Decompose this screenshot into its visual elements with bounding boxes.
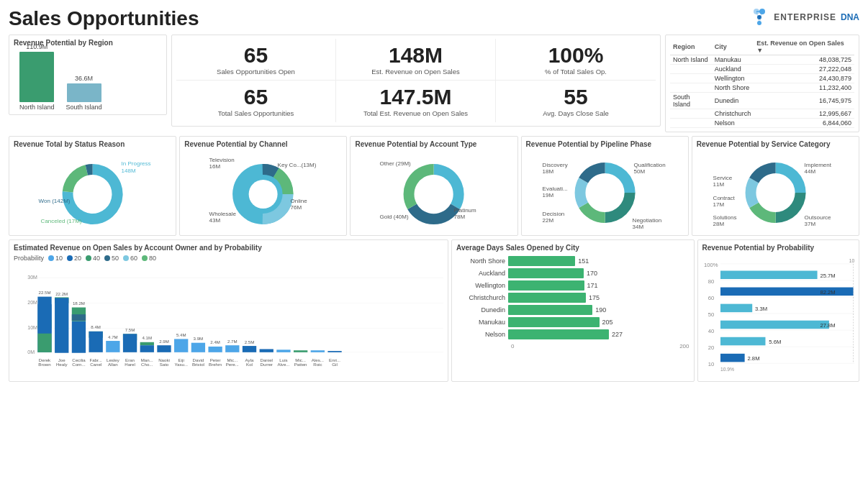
svg-text:Online: Online [291, 198, 308, 204]
svg-text:3.3M: 3.3M [755, 306, 767, 312]
city-bar-wellington: Wellington 171 [456, 280, 689, 291]
svg-text:Platinum: Platinum [454, 207, 476, 214]
table-row: South IslandDunedin16,745,975 [670, 93, 854, 109]
kpi-1: 148M Est. Revenue on Open Sales [336, 39, 496, 81]
region-table-panel: Region City Est. Revenue on Open Sales ▼… [665, 35, 859, 132]
svg-text:Discovery: Discovery [542, 162, 567, 168]
probability-title: Revenue Potential by Probability [702, 244, 854, 252]
svg-text:Corn...: Corn... [72, 362, 86, 367]
svg-rect-92 [276, 349, 290, 352]
owner-bar-title: Estimated Revenue on Open Sales by Accou… [14, 244, 443, 252]
svg-text:17M: 17M [713, 201, 724, 208]
svg-point-36 [761, 178, 790, 207]
svg-text:Roic: Roic [313, 362, 322, 367]
svg-text:Wholesale: Wholesale [209, 211, 237, 217]
svg-text:Qualification: Qualification [633, 162, 665, 168]
region-bar-north: 110.9M North Island [19, 43, 55, 111]
svg-text:8.4M: 8.4M [91, 324, 101, 329]
svg-text:Television: Television [209, 157, 235, 163]
svg-text:50: 50 [707, 311, 714, 318]
region-bar-south: 36.6M South Island [66, 75, 102, 111]
svg-text:2.5M: 2.5M [245, 339, 255, 344]
svg-text:Evaluati...: Evaluati... [542, 186, 567, 192]
svg-text:Canel: Canel [90, 362, 101, 367]
svg-text:Brown: Brown [38, 362, 51, 367]
svg-text:10.9%: 10.9% [720, 367, 734, 372]
svg-text:Kol: Kol [246, 362, 253, 367]
kpi-5: 55 Avg. Days Close Sale [496, 81, 656, 122]
svg-text:Outsource: Outsource [804, 214, 831, 221]
svg-text:50M: 50M [633, 168, 645, 175]
svg-text:25.7M: 25.7M [820, 273, 835, 279]
table-row: Nelson6,844,060 [670, 119, 854, 128]
svg-text:Canceled (17M): Canceled (17M) [41, 218, 82, 224]
svg-text:Durrer: Durrer [261, 362, 273, 367]
donut-status-title: Revenue Total by Status Reason [14, 140, 171, 148]
svg-rect-158 [720, 354, 745, 362]
svg-text:2.4M: 2.4M [210, 339, 220, 344]
svg-rect-95 [327, 351, 341, 352]
svg-rect-77 [140, 345, 154, 352]
svg-text:Negotiation: Negotiation [632, 217, 661, 224]
svg-point-7 [78, 180, 107, 209]
svg-text:3.9M: 3.9M [194, 336, 204, 341]
table-row: North Shore11,232,400 [670, 83, 854, 93]
svg-rect-66 [72, 321, 86, 353]
page-title: Sales Opportunities [9, 7, 199, 30]
brand-dna-label: DNA [841, 12, 859, 22]
svg-point-25 [590, 178, 619, 207]
svg-rect-93 [294, 350, 307, 352]
svg-text:Service: Service [713, 175, 732, 181]
svg-rect-94 [311, 350, 325, 352]
svg-rect-87 [225, 345, 239, 352]
city-bar-nelson: Nelson 227 [456, 329, 689, 339]
svg-text:82.2M: 82.2M [820, 289, 835, 296]
svg-text:18M: 18M [542, 168, 553, 175]
city-bar-manukau: Manukau 205 [456, 317, 689, 327]
svg-rect-154 [720, 321, 829, 329]
svg-text:10: 10 [707, 361, 714, 367]
probability-panel: Revenue Potential by Probability 100% 80… [697, 239, 859, 382]
donut-pipeline-panel: Revenue Potential by Pipeline Phase Disc… [521, 136, 689, 236]
svg-rect-76 [140, 342, 154, 345]
donut-account-chart: Other (29M) Platinum 78M Gold (40M) [355, 151, 512, 230]
svg-text:20: 20 [707, 344, 714, 351]
kpi-3: 65 Total Sales Opportunities [176, 81, 336, 122]
svg-text:Cho...: Cho... [141, 362, 153, 367]
svg-rect-89 [243, 346, 256, 352]
svg-text:Contract: Contract [713, 195, 735, 201]
svg-rect-65 [72, 314, 86, 321]
svg-point-20 [420, 180, 448, 209]
svg-text:Yasu...: Yasu... [174, 362, 188, 367]
svg-rect-71 [106, 341, 119, 352]
table-row: Christchurch12,995,667 [670, 109, 854, 119]
svg-text:22.5M: 22.5M [39, 290, 51, 295]
svg-text:Key Co...(13M): Key Co...(13M) [278, 162, 317, 168]
svg-text:Other (29M): Other (29M) [380, 160, 411, 167]
donut-account-title: Revenue Potential by Account Type [355, 140, 512, 148]
svg-text:16M: 16M [209, 163, 221, 170]
svg-text:7.5M: 7.5M [125, 327, 135, 332]
kpi-2: 100% % of Total Sales Op. [496, 39, 656, 81]
region-chart-panel: Revenue Potential by Region 110.9M North… [9, 35, 167, 115]
city-bar-christchurch: Christchurch 175 [456, 293, 689, 303]
svg-text:Gold (40M): Gold (40M) [380, 214, 409, 220]
probability-chart: 100% 80 60 50 40 20 10 100% [702, 255, 854, 375]
table-row: Wellington24,430,879 [670, 74, 854, 83]
svg-text:Gil: Gil [332, 362, 338, 367]
svg-text:Pere...: Pere... [226, 362, 239, 367]
svg-text:Won (142M): Won (142M) [39, 198, 71, 204]
svg-rect-91 [260, 349, 273, 352]
svg-text:5.4M: 5.4M [176, 332, 186, 337]
city-bars-title: Average Days Sales Opened by City [456, 244, 689, 252]
city-bar-auckland: Auckland 170 [456, 268, 689, 278]
donut-pipeline-chart: Discovery 18M Evaluati... 19M Decision 2… [526, 151, 684, 230]
svg-rect-156 [720, 337, 765, 346]
svg-text:78M: 78M [454, 214, 466, 220]
kpi-0: 65 Sales Opportunities Open [176, 39, 336, 81]
city-bar-northshore: North Shore 151 [456, 256, 689, 266]
svg-text:Patten: Patten [294, 362, 307, 367]
svg-point-12 [249, 180, 278, 209]
svg-text:19M: 19M [542, 192, 553, 198]
svg-text:148M: 148M [122, 168, 136, 174]
